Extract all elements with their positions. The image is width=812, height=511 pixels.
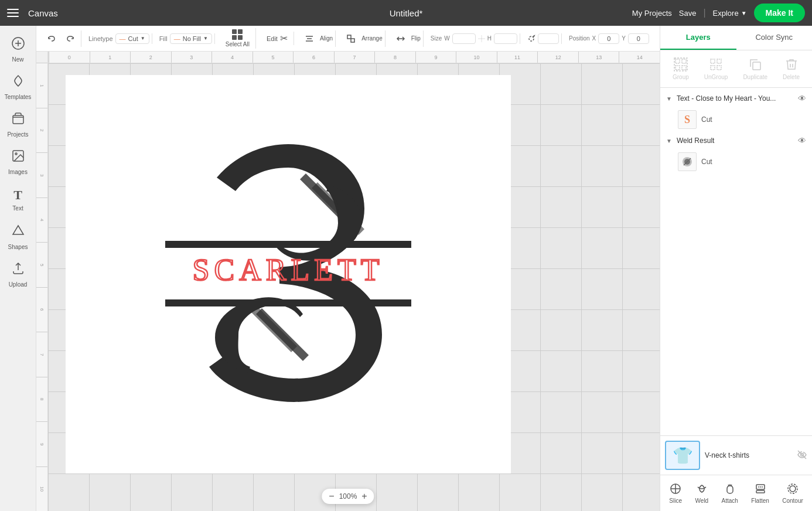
- sidebar-text-label: Text: [12, 205, 23, 212]
- layer-group-weld-header[interactable]: ▼ Weld Result 👁: [660, 132, 812, 149]
- y-input[interactable]: [628, 33, 649, 44]
- sidebar-new-label: New: [12, 56, 23, 63]
- my-projects-link[interactable]: My Projects: [632, 9, 672, 18]
- save-button[interactable]: Save: [679, 9, 697, 18]
- svg-rect-23: [711, 66, 715, 70]
- svg-rect-3: [13, 115, 23, 124]
- rotate-group: [525, 33, 562, 44]
- hamburger-menu[interactable]: [7, 9, 19, 17]
- sidebar-item-templates[interactable]: Templates: [0, 68, 36, 105]
- weld-group-chevron: ▼: [666, 138, 672, 144]
- slice-icon: [669, 482, 682, 495]
- svg-marker-6: [13, 226, 23, 234]
- rotate-icon: [527, 35, 535, 43]
- svg-rect-20: [674, 58, 687, 71]
- text-icon: T: [13, 188, 22, 203]
- flatten-tool[interactable]: Flatten: [749, 480, 772, 506]
- sidebar-item-text[interactable]: T Text: [0, 180, 36, 218]
- width-input[interactable]: [452, 33, 476, 44]
- duplicate-action[interactable]: Duplicate: [738, 55, 772, 83]
- fill-label: Fill: [159, 35, 168, 42]
- undo-redo-group: [41, 30, 81, 47]
- svg-rect-36: [756, 490, 765, 493]
- undo-button[interactable]: [43, 30, 60, 47]
- fill-select[interactable]: — No Fill ▼: [170, 33, 212, 44]
- delete-action[interactable]: Delete: [778, 55, 804, 83]
- linetype-group: Linetype — Cut ▼: [86, 33, 152, 44]
- svg-point-5: [15, 153, 17, 155]
- explore-button[interactable]: Explore ▼: [713, 9, 747, 18]
- canvas-wrapper[interactable]: 0 1 2 3 4 5 6 7 8 9 10 11 12 13 14: [36, 52, 660, 511]
- layer-group-text: ▼ Text - Close to My Heart - You... 👁 S …: [660, 90, 812, 132]
- canvas-name: V-neck t-shirts: [705, 451, 792, 459]
- sidebar-item-projects[interactable]: Projects: [0, 105, 36, 143]
- sidebar-projects-label: Projects: [7, 131, 28, 138]
- canvas-preview-area: 👕 V-neck t-shirts: [660, 435, 812, 475]
- arrange-button[interactable]: [343, 30, 359, 47]
- text-group-visibility[interactable]: 👁: [798, 94, 806, 103]
- sidebar-item-images[interactable]: Images: [0, 143, 36, 180]
- zoom-out-button[interactable]: −: [329, 491, 334, 502]
- canvas-white-area[interactable]: SCARLETT: [66, 75, 511, 473]
- layer-item-text-s[interactable]: S Cut: [660, 107, 812, 132]
- layer-group-weld: ▼ Weld Result 👁 Cut: [660, 132, 812, 175]
- rotate-input[interactable]: [538, 33, 559, 44]
- document-title: Untitled*: [390, 8, 423, 18]
- tab-layers[interactable]: Layers: [660, 26, 736, 50]
- group-label: Group: [673, 74, 689, 80]
- group-action[interactable]: Group: [668, 55, 694, 83]
- design-container[interactable]: SCARLETT: [165, 127, 411, 422]
- linetype-chevron: ▼: [141, 36, 145, 41]
- align-group: Align: [299, 30, 336, 47]
- scissors-icon: ✂: [280, 33, 288, 44]
- contour-tool[interactable]: Contour: [780, 480, 806, 506]
- canvas-visibility-toggle[interactable]: [797, 449, 807, 462]
- svg-rect-25: [753, 62, 760, 70]
- zoom-in-button[interactable]: +: [361, 491, 367, 502]
- x-input[interactable]: [598, 33, 619, 44]
- height-input[interactable]: [494, 33, 517, 44]
- linetype-select[interactable]: — Cut ▼: [115, 33, 149, 44]
- make-it-button[interactable]: Make It: [754, 4, 805, 22]
- sidebar-item-new[interactable]: New: [0, 30, 36, 68]
- shapes-icon: [11, 224, 25, 241]
- slice-tool[interactable]: Slice: [667, 480, 684, 506]
- layer-item-weld-cut[interactable]: Cut: [660, 149, 812, 175]
- text-group-chevron: ▼: [666, 96, 672, 102]
- canvas-thumbnail[interactable]: 👕: [665, 441, 700, 470]
- weld-thumbnail: [678, 152, 697, 171]
- align-button[interactable]: [301, 30, 318, 47]
- images-icon: [11, 149, 25, 166]
- zoom-level: 100%: [339, 492, 357, 500]
- canvas-grid[interactable]: SCARLETT: [48, 63, 660, 511]
- weld-label: Weld: [695, 498, 709, 504]
- tab-color-sync[interactable]: Color Sync: [736, 26, 813, 50]
- select-all-button[interactable]: Select All: [222, 28, 253, 49]
- canvas-area: Linetype — Cut ▼ Fill — No Fill ▼: [36, 26, 660, 511]
- weld-icon: [695, 482, 708, 495]
- ungroup-action[interactable]: UnGroup: [700, 55, 733, 83]
- position-label: Position: [569, 35, 590, 42]
- redo-button[interactable]: [62, 30, 79, 47]
- attach-tool[interactable]: Attach: [719, 480, 741, 506]
- align-label: Align: [320, 35, 333, 42]
- linetype-label: Linetype: [88, 35, 113, 42]
- sidebar-item-shapes[interactable]: Shapes: [0, 218, 36, 255]
- arrange-group: Arrange: [340, 30, 385, 47]
- scarlett-design: SCARLETT: [165, 127, 411, 420]
- nav-right: My Projects Save | Explore ▼ Make It: [632, 4, 805, 22]
- fill-chevron: ▼: [203, 36, 208, 41]
- slice-label: Slice: [669, 498, 682, 504]
- edit-button[interactable]: Edit ✂: [263, 32, 291, 45]
- weld-group-visibility[interactable]: 👁: [798, 136, 806, 145]
- svg-rect-21: [711, 59, 715, 63]
- sidebar-item-upload[interactable]: Upload: [0, 255, 36, 293]
- ungroup-label: UnGroup: [704, 74, 728, 80]
- weld-tool[interactable]: Weld: [693, 480, 711, 506]
- delete-icon: [784, 57, 799, 71]
- sidebar-templates-label: Templates: [5, 94, 32, 100]
- select-all-label: Select All: [226, 41, 250, 47]
- flip-button[interactable]: [393, 30, 409, 47]
- layer-group-text-header[interactable]: ▼ Text - Close to My Heart - You... 👁: [660, 90, 812, 107]
- svg-point-12: [529, 36, 534, 41]
